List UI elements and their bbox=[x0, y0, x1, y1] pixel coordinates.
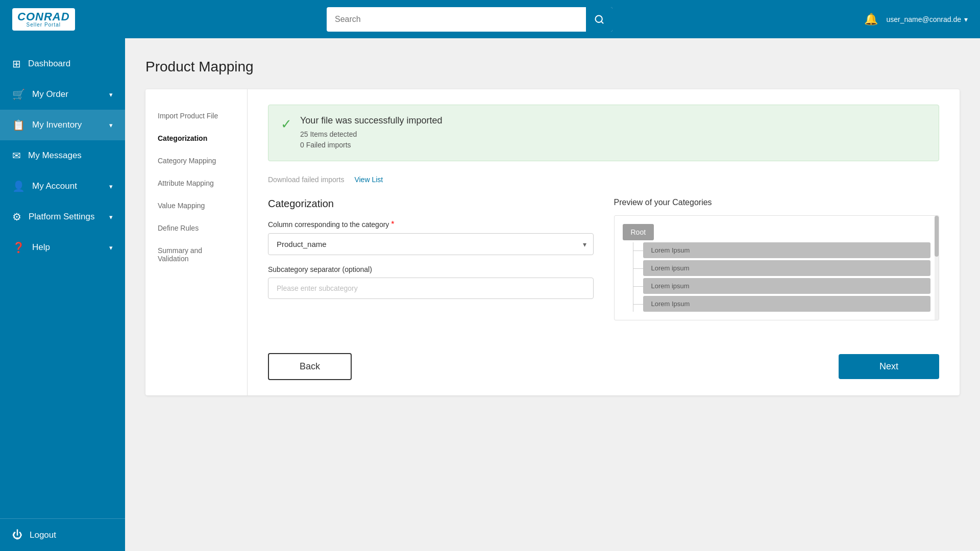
sidebar-item-label: My Messages bbox=[28, 151, 82, 161]
failed-imports: 0 Failed imports bbox=[300, 140, 442, 151]
sidebar-item-label: My Account bbox=[32, 181, 77, 191]
logout-icon: ⏻ bbox=[12, 529, 22, 541]
child-node-3: Lorem Ipsum bbox=[643, 296, 931, 312]
step-category-mapping[interactable]: Category Mapping bbox=[145, 149, 247, 172]
left-col: Categorization Column corresponding to t… bbox=[268, 198, 594, 322]
preview-scroll: Root Lorem Ipsum Lorem ipsum Lorem ipsum… bbox=[614, 215, 940, 320]
download-links: Download failed imports View List bbox=[268, 176, 939, 184]
notification-bell-icon[interactable]: 🔔 bbox=[864, 13, 878, 26]
next-button[interactable]: Next bbox=[839, 354, 939, 379]
step-value-mapping[interactable]: Value Mapping bbox=[145, 194, 247, 217]
column-label-text: Column corresponding to the category bbox=[268, 220, 389, 229]
logo-area: CONRAD Seller Portal bbox=[12, 8, 75, 31]
sidebar-item-dashboard[interactable]: ⊞ Dashboard bbox=[0, 48, 125, 79]
category-tree: Root Lorem Ipsum Lorem ipsum Lorem ipsum… bbox=[623, 224, 931, 312]
button-row: Back Next bbox=[268, 343, 939, 380]
sidebar-item-my-account[interactable]: 👤 My Account ▾ bbox=[0, 171, 125, 202]
search-bar bbox=[327, 7, 612, 32]
subcategory-label-text: Subcategory separator (optional) bbox=[268, 265, 372, 273]
main-panel: ✓ Your file was successfully imported 25… bbox=[248, 89, 960, 395]
child-node-1: Lorem ipsum bbox=[643, 260, 931, 276]
back-button[interactable]: Back bbox=[268, 353, 352, 380]
sidebar-item-help[interactable]: ❓ Help ▾ bbox=[0, 232, 125, 263]
settings-icon: ⚙ bbox=[12, 211, 21, 223]
product-mapping-layout: Import Product File Categorization Categ… bbox=[145, 89, 960, 395]
success-banner: ✓ Your file was successfully imported 25… bbox=[268, 105, 939, 161]
chevron-down-icon: ▾ bbox=[109, 121, 113, 129]
help-icon: ❓ bbox=[12, 241, 25, 254]
subcategory-input[interactable] bbox=[268, 278, 594, 299]
svg-line-1 bbox=[601, 21, 603, 23]
search-input[interactable] bbox=[327, 15, 586, 24]
view-list-link[interactable]: View List bbox=[354, 176, 383, 184]
step-import-product-file[interactable]: Import Product File bbox=[145, 105, 247, 127]
chevron-down-icon: ▾ bbox=[109, 183, 113, 190]
category-column-select[interactable]: Product_name bbox=[268, 233, 594, 255]
content-area: Product Mapping Import Product File Cate… bbox=[125, 38, 980, 551]
category-select-wrapper: Product_name ▾ bbox=[268, 233, 594, 255]
right-col: Preview of your Categories Root Lorem Ip… bbox=[614, 198, 940, 322]
sidebar-item-label: Platform Settings bbox=[29, 212, 94, 222]
steps-sidebar: Import Product File Categorization Categ… bbox=[145, 89, 248, 395]
step-summary-validation[interactable]: Summary and Validation bbox=[145, 239, 247, 270]
check-icon: ✓ bbox=[281, 116, 292, 132]
logo-text: CONRAD bbox=[17, 11, 70, 22]
content-columns: Categorization Column corresponding to t… bbox=[268, 198, 939, 322]
sidebar-item-label: My Inventory bbox=[32, 120, 82, 130]
subcategory-label: Subcategory separator (optional) bbox=[268, 265, 594, 273]
step-attribute-mapping[interactable]: Attribute Mapping bbox=[145, 172, 247, 194]
chevron-down-icon: ▾ bbox=[109, 213, 113, 221]
sidebar-item-platform-settings[interactable]: ⚙ Platform Settings ▾ bbox=[0, 202, 125, 232]
sidebar-item-label: Dashboard bbox=[28, 59, 70, 69]
success-text: Your file was successfully imported 25 I… bbox=[300, 115, 442, 151]
page-title: Product Mapping bbox=[145, 59, 960, 75]
logo-sub: Seller Portal bbox=[27, 22, 61, 28]
required-star: * bbox=[391, 220, 394, 229]
account-icon: 👤 bbox=[12, 180, 25, 192]
messages-icon: ✉ bbox=[12, 149, 21, 162]
sidebar-item-label: My Order bbox=[32, 89, 68, 99]
logout-label: Logout bbox=[30, 530, 56, 540]
child-nodes: Lorem Ipsum Lorem ipsum Lorem ipsum Lore… bbox=[643, 242, 931, 312]
search-button[interactable] bbox=[586, 7, 612, 32]
column-label: Column corresponding to the category * bbox=[268, 220, 594, 229]
items-detected: 25 Items detected bbox=[300, 129, 442, 140]
root-node: Root bbox=[623, 224, 654, 240]
child-node-0: Lorem Ipsum bbox=[643, 242, 931, 258]
step-categorization[interactable]: Categorization bbox=[145, 127, 247, 149]
user-info: user_name@conrad.de ▾ bbox=[886, 15, 968, 23]
user-email: user_name@conrad.de bbox=[886, 15, 961, 23]
categorization-section-title: Categorization bbox=[268, 198, 594, 210]
sidebar-item-label: Help bbox=[32, 242, 50, 253]
download-failed-link: Download failed imports bbox=[268, 176, 344, 184]
scrollbar-track bbox=[935, 216, 939, 320]
logout-item[interactable]: ⏻ Logout bbox=[0, 518, 125, 551]
header: CONRAD Seller Portal 🔔 user_name@conrad.… bbox=[0, 0, 980, 38]
scrollbar-thumb[interactable] bbox=[935, 216, 939, 257]
dashboard-icon: ⊞ bbox=[12, 58, 21, 70]
child-node-2: Lorem ipsum bbox=[643, 278, 931, 294]
search-icon bbox=[594, 14, 604, 24]
sidebar-item-my-messages[interactable]: ✉ My Messages bbox=[0, 140, 125, 171]
main-layout: ⊞ Dashboard 🛒 My Order ▾ 📋 My Inventory … bbox=[0, 38, 980, 551]
order-icon: 🛒 bbox=[12, 88, 25, 101]
header-right: 🔔 user_name@conrad.de ▾ bbox=[864, 13, 968, 26]
step-define-rules[interactable]: Define Rules bbox=[145, 217, 247, 239]
chevron-down-icon: ▾ bbox=[109, 244, 113, 252]
sidebar-item-my-inventory[interactable]: 📋 My Inventory ▾ bbox=[0, 110, 125, 140]
preview-title: Preview of your Categories bbox=[614, 198, 940, 207]
success-title: Your file was successfully imported bbox=[300, 115, 442, 126]
inventory-icon: 📋 bbox=[12, 119, 25, 131]
sidebar-spacer bbox=[0, 263, 125, 518]
user-chevron-icon[interactable]: ▾ bbox=[964, 15, 968, 23]
logo-box: CONRAD Seller Portal bbox=[12, 8, 75, 31]
sidebar: ⊞ Dashboard 🛒 My Order ▾ 📋 My Inventory … bbox=[0, 38, 125, 551]
sidebar-item-my-order[interactable]: 🛒 My Order ▾ bbox=[0, 79, 125, 110]
chevron-down-icon: ▾ bbox=[109, 91, 113, 98]
